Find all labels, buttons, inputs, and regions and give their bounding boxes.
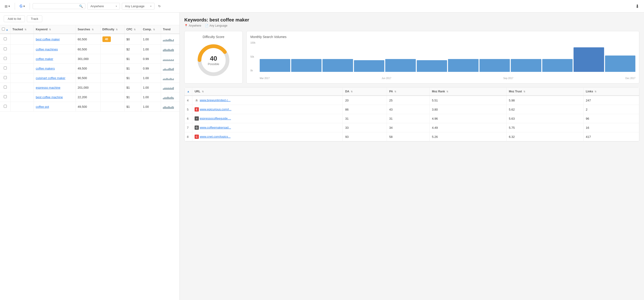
table-row: espresso machine201,000$11.00 [0, 83, 180, 92]
row-checkbox[interactable] [4, 95, 7, 98]
language-chevron: ▾ [150, 5, 152, 8]
keyword-link[interactable]: best coffee machine [36, 96, 63, 99]
cpc-cell: $0 [124, 34, 141, 44]
trend-bar [170, 88, 171, 90]
difficulty-score-label: Possible [208, 62, 219, 66]
table-row: coffee machines60,500$21.00 [0, 44, 180, 54]
serp-col-moz-trust[interactable]: Moz Trust ⇅ [506, 88, 583, 96]
keyword-link[interactable]: coffee pot [36, 105, 49, 108]
location-dropdown[interactable]: Anywhere ▾ [87, 3, 120, 10]
difficulty-label: Difficulty [102, 28, 114, 31]
table-row: coffee maker301,000$10.99 [0, 54, 180, 64]
grid-dropdown-icon: ▾ [8, 4, 10, 8]
google-logo-button[interactable]: G ▾ [18, 3, 27, 10]
site-icon: E [194, 107, 199, 112]
col-checkbox: ▲ [0, 25, 10, 34]
col-searches[interactable]: Searches ⇅ [76, 25, 100, 34]
keyword-link[interactable]: coffee maker [36, 57, 53, 61]
trend-bar [165, 60, 166, 61]
serp-pa-cell: 58 [387, 132, 430, 141]
serp-moztrust-sort-icon: ⇅ [523, 90, 525, 93]
trend-bar [171, 49, 172, 52]
serp-url-cell: Cwww.cnet.com/topics... [192, 132, 343, 141]
trend-bar [165, 88, 166, 90]
add-to-list-button[interactable]: Add to list [4, 16, 25, 22]
row-checkbox[interactable] [4, 86, 7, 89]
serp-url-link[interactable]: www.brewunlimited.c... [200, 98, 230, 102]
row-checkbox[interactable] [4, 57, 7, 60]
keyword-link[interactable]: coffee machines [36, 48, 58, 51]
col-cpc[interactable]: CPC ⇅ [124, 25, 141, 34]
serp-url-link[interactable]: espressocoffeeguide.... [200, 117, 231, 120]
trend-bar [171, 59, 172, 61]
trend-bar [165, 40, 166, 42]
serp-links-sort-icon: ⇅ [594, 90, 596, 93]
trend-bar [170, 60, 171, 61]
language-dropdown[interactable]: Any Language ▾ [122, 3, 154, 10]
col-keyword[interactable]: Keyword ⇅ [34, 25, 76, 34]
serp-col-moz-rank[interactable]: Moz Rank ⇅ [429, 88, 506, 96]
row-checkbox[interactable] [4, 66, 7, 70]
serp-url-link[interactable]: www.cnet.com/topics... [200, 135, 230, 138]
grid-menu-button[interactable]: ▤ ▾ [3, 3, 12, 9]
trend-bar [164, 78, 164, 80]
trend-bar [168, 39, 169, 42]
trend-bar [164, 88, 164, 90]
trend-bars [163, 95, 178, 100]
trend-bar [166, 69, 167, 71]
trend-bar [166, 97, 167, 100]
serp-moztrust-cell: 5.75 [506, 123, 583, 132]
keyword-link[interactable]: cuisinart coffee maker [36, 76, 65, 80]
select-all-checkbox[interactable] [2, 28, 5, 30]
serp-col-links[interactable]: Links ⇅ [583, 88, 639, 96]
difficulty-score-card: Difficulty Score 40 Possible [184, 31, 243, 84]
col-difficulty[interactable]: Difficulty ⇅ [100, 25, 124, 34]
trend-bars [163, 104, 178, 109]
serp-da-cell: 33 [343, 123, 387, 132]
serp-url-link[interactable]: www.epicurious.com/i... [200, 108, 232, 111]
tracked-cell [10, 102, 34, 112]
right-title-prefix: Keywords: [184, 17, 210, 22]
tracked-cell [10, 54, 34, 64]
serp-col-url[interactable]: URL ⇅ [192, 88, 343, 96]
download-button[interactable]: ⬇ [634, 2, 641, 10]
keyword-link[interactable]: coffee makers [36, 67, 54, 70]
site-icon: G [194, 126, 199, 130]
trend-bar [170, 49, 170, 52]
serp-col-da[interactable]: DA ⇅ [343, 88, 387, 96]
search-input[interactable]: best coffee maker [35, 4, 77, 8]
col-tracked[interactable]: Tracked ⇅ [10, 25, 34, 34]
trend-bar [172, 106, 173, 109]
keyword-label: Keyword [36, 28, 48, 31]
trend-bar [163, 60, 164, 61]
row-checkbox[interactable] [4, 47, 7, 50]
serp-col-pa[interactable]: PA ⇅ [387, 88, 430, 96]
trend-cell [161, 34, 180, 44]
trend-bar [166, 106, 166, 109]
trend-bar [172, 49, 173, 52]
google-dropdown-icon: ▾ [23, 4, 25, 8]
trend-bar [165, 97, 166, 100]
row-checkbox[interactable] [4, 37, 7, 40]
col-comp[interactable]: Comp. ⇅ [141, 25, 161, 34]
monthly-bar [322, 59, 353, 72]
trend-bar [170, 68, 171, 71]
keyword-link[interactable]: espresso machine [36, 86, 60, 89]
track-button[interactable]: Track [27, 16, 42, 22]
row-checkbox[interactable] [4, 76, 7, 79]
keyword-link[interactable]: best coffee maker [36, 38, 60, 41]
topbar-right-actions: ⬇ [634, 2, 641, 10]
serp-url-link[interactable]: www.coffeemakersad... [200, 126, 231, 129]
serp-rank-cell: 6 [184, 114, 192, 123]
y-label-0k: 0k [250, 69, 256, 72]
cpc-cell: $1 [124, 54, 141, 64]
row-checkbox[interactable] [4, 105, 7, 108]
table-row: cuisinart coffee maker90,500$11.00 [0, 73, 180, 83]
refresh-button[interactable]: ↻ [156, 3, 163, 9]
language-label: Any Language [125, 4, 144, 8]
serp-moztrust-cell: 5.63 [506, 114, 583, 123]
search-icon[interactable]: 🔍 [79, 4, 83, 8]
serp-col-rank[interactable]: ▲ [184, 88, 192, 96]
checkbox-cell [0, 34, 10, 44]
searches-sort-icon: ⇅ [92, 28, 94, 31]
